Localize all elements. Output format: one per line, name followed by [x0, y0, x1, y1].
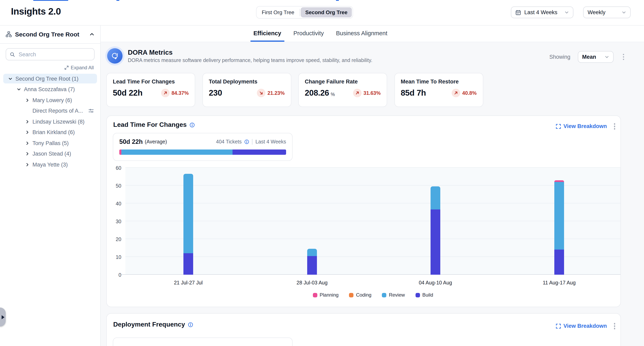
chevron-up-icon[interactable] [89, 32, 94, 37]
date-range-dropdown[interactable]: Last 4 Weeks [511, 6, 574, 18]
chevron-right-icon[interactable] [25, 141, 30, 145]
info-icon[interactable] [244, 139, 249, 144]
kebab-menu-icon[interactable] [612, 321, 617, 331]
metric-card-value: 230 [209, 88, 222, 98]
org-tree-toggle: First Org TreeSecond Org Tree [256, 6, 353, 19]
view-breakdown-label: View Breakdown [564, 323, 607, 329]
sidebar-collapse-handle[interactable] [0, 308, 6, 327]
tree-item-5[interactable]: Brian Kirkland (6) [3, 127, 97, 137]
view-breakdown-link[interactable]: View Breakdown [556, 323, 607, 329]
chevron-right-icon[interactable] [25, 98, 30, 102]
org-tree-option-1[interactable]: Second Org Tree [301, 7, 352, 17]
trend-up-icon [353, 89, 361, 97]
y-axis-label: 50 [107, 183, 121, 189]
tree-item-6[interactable]: Tony Pallas (5) [3, 138, 97, 148]
filter-sliders-icon[interactable] [88, 108, 94, 113]
stacked-bar-1[interactable] [307, 249, 317, 275]
cycle-icon [107, 48, 122, 64]
metric-trend: 84.37% [161, 89, 189, 97]
tree-item-label: Anna Scozzafava (7) [24, 86, 75, 92]
tab-efficiency[interactable]: Efficiency [252, 25, 282, 42]
legend-label: Review [389, 292, 405, 298]
tree-item-label: Tony Pallas (5) [32, 140, 69, 146]
legend-item-review[interactable]: Review [382, 292, 405, 298]
org-tree-option-0[interactable]: First Org Tree [257, 7, 299, 17]
legend-label: Build [422, 292, 433, 298]
expand-all-button[interactable]: Expand All [6, 65, 94, 70]
trend-down-icon [257, 89, 266, 97]
expand-all-label: Expand All [71, 65, 94, 70]
insights-dashboard: Insights 2.0 First Org TreeSecond Org Tr… [0, 0, 644, 346]
bar-segment-review [430, 186, 440, 209]
deployment-actions: View Breakdown [556, 321, 617, 331]
stacked-bar-2[interactable] [430, 186, 440, 275]
lead-time-chart: 21 Jul-27 Jul28 Jul-03 Aug04 Aug-10 Aug1… [107, 165, 620, 305]
y-axis-label: 60 [107, 165, 121, 171]
page-title: Insights 2.0 [11, 6, 61, 17]
tree-item-0[interactable]: Second Org Tree Root (1) [3, 74, 97, 83]
clipped-top-link-artifact [116, 0, 119, 1]
divider [252, 139, 252, 145]
expand-corners-icon [556, 124, 561, 129]
tree-item-8[interactable]: Maya Yette (3) [3, 160, 97, 169]
aggregation-dropdown[interactable]: Mean [578, 51, 613, 63]
x-axis-label: 28 Jul-03 Aug [280, 280, 344, 286]
legend-swatch [313, 293, 317, 297]
header-controls: Last 4 Weeks Weekly [511, 6, 630, 18]
clipped-top-link-artifact [33, 0, 68, 1]
legend-item-planning[interactable]: Planning [313, 292, 338, 298]
toggle-divider [300, 9, 300, 16]
tree-item-label: Brian Kirkland (6) [32, 129, 75, 135]
trend-up-icon [161, 89, 170, 97]
chevron-right-icon[interactable] [25, 152, 30, 156]
stacked-bar-3[interactable] [554, 180, 564, 275]
tree-item-7[interactable]: Jason Stead (4) [3, 149, 97, 159]
legend-swatch [382, 293, 386, 297]
kebab-menu-icon[interactable] [612, 122, 617, 131]
chevron-right-icon[interactable] [25, 119, 30, 124]
bar-segment-review [184, 174, 193, 253]
summary-meta: 404 Tickets Last 4 Weeks [216, 139, 286, 145]
gridline [126, 239, 620, 239]
granularity-dropdown[interactable]: Weekly [583, 6, 630, 18]
kebab-menu-icon[interactable] [621, 52, 626, 62]
bar-segment-review [554, 182, 564, 250]
chart-legend: PlanningCodingReviewBuild [126, 292, 620, 298]
stacked-bar-0[interactable] [184, 174, 193, 275]
chevron-down-icon[interactable] [8, 76, 12, 81]
y-axis-label: 0 [107, 272, 121, 278]
date-range-value: Last 4 Weeks [524, 9, 557, 15]
tree-item-4[interactable]: Lindsay Liszewski (8) [3, 117, 97, 126]
expand-all-icon [65, 66, 69, 70]
search-input[interactable] [18, 51, 90, 58]
legend-swatch [349, 293, 354, 297]
sidebar-search [6, 48, 94, 60]
tab-business-alignment[interactable]: Business Alignment [335, 25, 388, 42]
tickets-count: 404 Tickets [216, 139, 242, 145]
trend-percent: 40.8% [462, 90, 476, 96]
legend-label: Coding [356, 292, 372, 298]
chevron-right-icon [2, 315, 4, 319]
info-icon[interactable] [190, 122, 195, 127]
gridline [126, 221, 620, 221]
view-breakdown-link[interactable]: View Breakdown [556, 123, 607, 130]
tree-item-2[interactable]: Mary Lowery (6) [3, 95, 97, 105]
metric-card-value: 50d 22h [113, 88, 142, 98]
legend-item-build[interactable]: Build [415, 292, 433, 298]
chevron-down-icon[interactable] [17, 87, 21, 92]
chevron-right-icon[interactable] [25, 162, 30, 167]
deployment-frequency-panel: Deployment Frequency View Breakdown [106, 313, 621, 346]
info-icon[interactable] [188, 322, 193, 327]
dora-header-texts: DORA Metrics DORA metrics measure softwa… [128, 49, 372, 63]
legend-item-coding[interactable]: Coding [349, 292, 372, 298]
gridline [126, 167, 620, 168]
tree-item-1[interactable]: Anna Scozzafava (7) [3, 84, 97, 94]
summary-suffix: (Average) [145, 139, 167, 145]
deployment-title-row: Deployment Frequency [113, 321, 193, 328]
dora-description: DORA metrics measure software delivery p… [128, 57, 372, 63]
view-breakdown-label: View Breakdown [564, 123, 607, 130]
metric-card-title: Lead Time For Changes [113, 79, 189, 85]
tree-item-3[interactable]: Direct Reports of A... [3, 106, 97, 116]
tab-productivity[interactable]: Productivity [292, 25, 325, 42]
chevron-right-icon[interactable] [25, 130, 30, 135]
